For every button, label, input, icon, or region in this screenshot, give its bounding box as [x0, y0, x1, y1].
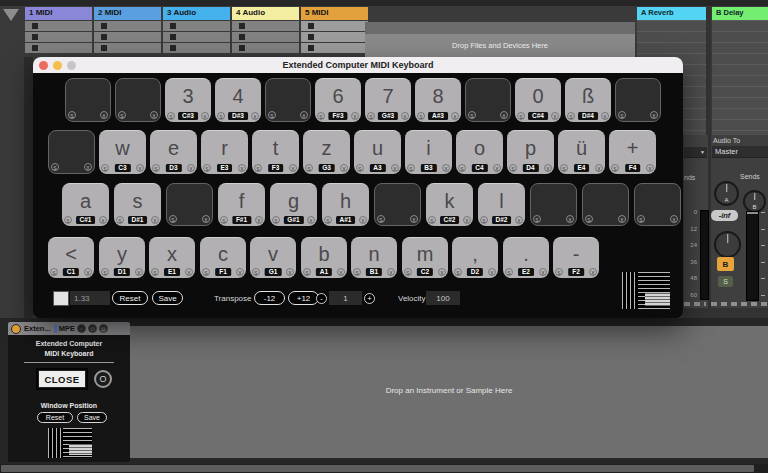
key-sustain-button[interactable]: S	[618, 111, 626, 119]
clip-slot[interactable]	[232, 32, 299, 42]
velocity-value-field[interactable]: 100	[426, 291, 460, 305]
key-x-button[interactable]: X	[493, 164, 501, 172]
clip-stop-button[interactable]	[170, 34, 176, 40]
key-x-button[interactable]: X	[351, 112, 359, 120]
key-w[interactable]: SwC3X	[99, 130, 146, 174]
session-drop-zone[interactable]: Drop Files and Devices Here	[365, 22, 635, 57]
key-sustain-button[interactable]: S	[272, 216, 280, 224]
key-sustain-button[interactable]: S	[356, 164, 364, 172]
key-sustain-button[interactable]: S	[151, 268, 159, 276]
clip-slot[interactable]	[301, 32, 368, 42]
key-x-button[interactable]: X	[185, 268, 193, 276]
clip-stop-button[interactable]	[32, 23, 38, 29]
key-sustain-button[interactable]: S	[585, 215, 593, 223]
pan-knob[interactable]	[714, 231, 741, 258]
key-sustain-button[interactable]: S	[254, 164, 262, 172]
key-i[interactable]: SiB3X	[405, 130, 452, 174]
key-unassigned[interactable]: SX	[265, 78, 311, 122]
audio-to-master-dropdown[interactable]: Master	[712, 146, 768, 158]
key-ü[interactable]: SüE4X	[558, 130, 605, 174]
key-unassigned[interactable]: SX	[48, 130, 95, 174]
clip-slot[interactable]	[25, 43, 92, 53]
key-0[interactable]: S0C#4X	[515, 78, 561, 122]
horizontal-scrollbar[interactable]	[0, 464, 768, 473]
key-x-button[interactable]: X	[238, 164, 246, 172]
octave-plus-button[interactable]: +	[364, 293, 375, 304]
send-b-knob[interactable]: B	[743, 190, 766, 213]
key-sustain-button[interactable]: S	[101, 268, 109, 276]
key-sustain-button[interactable]: S	[252, 268, 260, 276]
key-sustain-button[interactable]: S	[152, 164, 160, 172]
device-map-icon[interactable]: ▫	[77, 324, 86, 333]
key-t[interactable]: StF3X	[252, 130, 299, 174]
key-sustain-button[interactable]: S	[468, 111, 476, 119]
key-unassigned[interactable]: SX	[615, 78, 661, 122]
key-x-button[interactable]: X	[646, 164, 654, 172]
key-+[interactable]: S+F4X	[609, 130, 656, 174]
send-a-knob[interactable]: A	[714, 181, 739, 206]
clip-stop-button[interactable]	[101, 45, 107, 51]
key-sustain-button[interactable]: S	[167, 112, 175, 120]
key-unassigned[interactable]: SX	[374, 183, 421, 226]
key-x-button[interactable]: X	[401, 112, 409, 120]
key-n[interactable]: SnB1X	[351, 237, 397, 278]
key-sustain-button[interactable]: S	[268, 111, 276, 119]
key-sustain-button[interactable]: S	[64, 216, 72, 224]
key-sustain-button[interactable]: S	[458, 164, 466, 172]
key-ß[interactable]: SßD#4X	[565, 78, 611, 122]
track-header[interactable]: 2 MIDI	[94, 7, 161, 20]
key-x-button[interactable]: X	[151, 216, 159, 224]
key-y[interactable]: SyD1X	[99, 237, 145, 278]
track-header[interactable]: 5 MIDI	[301, 7, 368, 20]
key-x-button[interactable]: X	[100, 111, 108, 119]
key-x-button[interactable]: X	[595, 164, 603, 172]
key-a[interactable]: SaC#1X	[62, 183, 109, 226]
track-header[interactable]: 3 Audio	[163, 7, 230, 20]
clip-stop-button[interactable]	[170, 23, 176, 29]
key-z[interactable]: SzG3X	[303, 130, 350, 174]
clip-slot[interactable]	[25, 32, 92, 42]
clip-slot[interactable]	[94, 43, 161, 53]
clip-stop-button[interactable]	[308, 45, 314, 51]
key-x-button[interactable]: X	[544, 164, 552, 172]
key-x-button[interactable]: X	[566, 215, 574, 223]
device-save-icon[interactable]: ▤	[99, 324, 108, 333]
key-sustain-button[interactable]: S	[611, 164, 619, 172]
key-sustain-button[interactable]: S	[51, 163, 59, 171]
key-sustain-button[interactable]: S	[637, 215, 645, 223]
key-x-button[interactable]: X	[589, 268, 597, 276]
key-x-button[interactable]: X	[551, 112, 559, 120]
key-r[interactable]: SrE3X	[201, 130, 248, 174]
key-x-button[interactable]: X	[187, 164, 195, 172]
key-sustain-button[interactable]: S	[202, 268, 210, 276]
key--[interactable]: S-F2X	[553, 237, 599, 278]
transpose-down-button[interactable]: -12	[254, 291, 285, 305]
clip-slot[interactable]	[232, 43, 299, 53]
track-header[interactable]: 4 Audio	[232, 7, 299, 20]
key-x-button[interactable]: X	[251, 112, 259, 120]
key-x-button[interactable]: X	[201, 112, 209, 120]
key-x-button[interactable]: X	[307, 216, 315, 224]
key-x-button[interactable]: X	[488, 268, 496, 276]
key-x-button[interactable]: X	[539, 268, 547, 276]
zoom-value-field[interactable]: 1.33	[70, 291, 110, 305]
key-sustain-button[interactable]: S	[417, 112, 425, 120]
device-power-icon[interactable]	[11, 324, 21, 334]
close-button[interactable]: CLOSE	[38, 370, 86, 388]
key-g[interactable]: SgG#1X	[270, 183, 317, 226]
key-x-button[interactable]: X	[410, 215, 418, 223]
key-c[interactable]: ScF1X	[200, 237, 246, 278]
clip-stop-button[interactable]	[308, 23, 314, 29]
key-x-button[interactable]: X	[236, 268, 244, 276]
key-x-button[interactable]: X	[500, 111, 508, 119]
key-sustain-button[interactable]: S	[407, 164, 415, 172]
key-x-button[interactable]: X	[618, 215, 626, 223]
key-sustain-button[interactable]: S	[560, 164, 568, 172]
key-sustain-button[interactable]: S	[555, 268, 563, 276]
key-x-button[interactable]: X	[670, 215, 678, 223]
key-x-button[interactable]: X	[359, 216, 367, 224]
key-8[interactable]: S8A#3X	[415, 78, 461, 122]
key-sustain-button[interactable]: S	[68, 111, 76, 119]
clip-slot[interactable]	[232, 21, 299, 31]
key-h[interactable]: ShA#1X	[322, 183, 369, 226]
